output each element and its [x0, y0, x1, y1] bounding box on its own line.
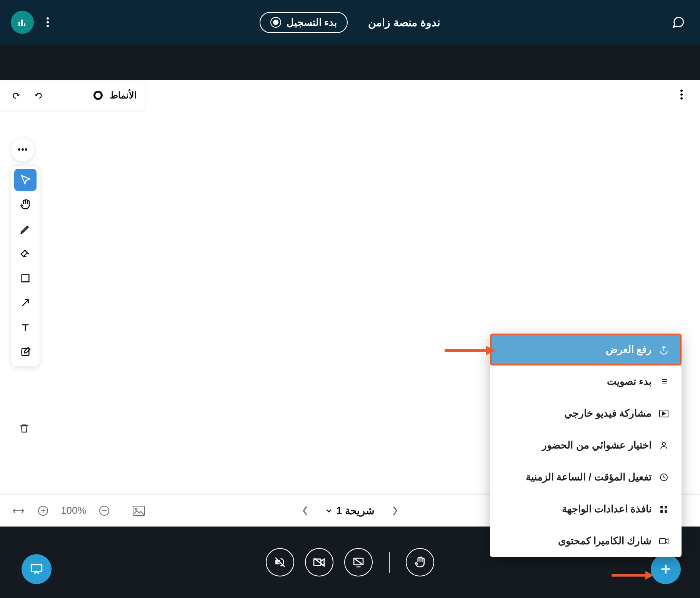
svg-rect-20	[32, 565, 42, 571]
raise-hand-button[interactable]	[406, 548, 434, 576]
image-placeholder-button[interactable]	[132, 504, 146, 518]
menu-label: بدء تصويت	[607, 375, 652, 387]
footer-divider	[389, 552, 390, 573]
tools-more-button[interactable]	[11, 138, 35, 161]
undo-button[interactable]	[31, 87, 47, 103]
zoom-in-button[interactable]	[36, 504, 50, 518]
rectangle-tool[interactable]	[14, 267, 37, 289]
svg-rect-24	[660, 506, 663, 508]
header-more-button[interactable]	[41, 15, 55, 29]
styles-color-ring[interactable]	[93, 91, 103, 100]
annotation-arrow-upper	[445, 346, 495, 355]
menu-share-external-video[interactable]: مشاركة فيديو خارجي	[490, 397, 682, 429]
start-recording-button[interactable]: بدء التسجيل	[260, 12, 348, 33]
prev-slide-button[interactable]	[298, 504, 312, 518]
pen-tool[interactable]	[14, 218, 37, 240]
menu-start-poll[interactable]: بدء تصويت	[490, 365, 682, 397]
svg-rect-25	[665, 506, 667, 508]
zoom-out-button[interactable]	[97, 504, 111, 518]
slide-selector[interactable]: شريحة 1	[325, 505, 375, 517]
svg-point-6	[680, 90, 683, 92]
grid-icon	[658, 504, 669, 515]
tools-column	[11, 165, 40, 367]
svg-rect-12	[22, 275, 29, 282]
svg-point-10	[22, 148, 24, 151]
svg-point-2	[47, 25, 49, 27]
actions-popup: رفع العرض بدء تصويت مشاركة فيديو خارجي ا…	[490, 334, 682, 557]
camera-icon	[658, 536, 669, 547]
user-icon	[658, 440, 669, 451]
svg-point-0	[47, 17, 49, 20]
zoom-value: 100%	[61, 505, 87, 517]
actions-fab[interactable]	[651, 554, 681, 584]
svg-point-22	[662, 442, 665, 445]
svg-rect-28	[660, 538, 665, 544]
menu-label: شارك الكاميرا كمحتوى	[558, 535, 652, 547]
svg-point-17	[135, 508, 137, 510]
slide-nav: شريحة 1	[298, 504, 402, 518]
svg-rect-13	[22, 349, 29, 356]
app-badge	[11, 11, 34, 34]
redo-button[interactable]	[8, 87, 24, 103]
list-icon	[658, 376, 669, 387]
select-tool[interactable]	[14, 169, 37, 191]
menu-label: مشاركة فيديو خارجي	[564, 407, 652, 419]
top-header: ندوة منصة زامن بدء التسجيل	[0, 0, 700, 45]
whiteboard-topbar: الأنماط	[0, 81, 145, 110]
chevron-down-icon	[325, 508, 332, 513]
fit-width-button[interactable]	[12, 504, 25, 518]
arrow-tool[interactable]	[14, 292, 37, 314]
camera-off-button[interactable]	[305, 548, 333, 576]
svg-rect-3	[18, 22, 20, 26]
svg-point-11	[25, 148, 27, 151]
slide-label: شريحة 1	[336, 505, 375, 517]
menu-share-camera[interactable]: شارك الكاميرا كمحتوى	[490, 525, 682, 557]
clock-icon	[658, 472, 669, 483]
svg-rect-4	[21, 20, 23, 26]
eraser-tool[interactable]	[14, 243, 37, 265]
presentation-fab[interactable]	[22, 554, 52, 584]
divider	[358, 15, 358, 29]
canvas-more-button[interactable]	[672, 85, 691, 104]
svg-point-9	[18, 148, 20, 151]
menu-timer-clock[interactable]: تفعيل المؤقت / الساعة الزمنية	[490, 461, 682, 493]
record-icon	[270, 17, 281, 28]
upload-icon	[658, 344, 669, 355]
menu-layout-settings[interactable]: نافذة اعدادات الواجهة	[490, 493, 682, 525]
sub-strip	[0, 45, 700, 80]
chat-button[interactable]	[672, 15, 685, 29]
menu-label: رفع العرض	[606, 344, 652, 355]
svg-point-1	[47, 21, 49, 23]
menu-label: نافذة اعدادات الواجهة	[562, 503, 652, 515]
menu-upload-presentation[interactable]: رفع العرض	[490, 334, 682, 365]
zoom-group: 100%	[12, 504, 146, 518]
session-title: ندوة منصة زامن	[368, 16, 440, 29]
video-icon	[658, 408, 669, 419]
menu-random-attendee[interactable]: اختيار عشوائي من الحضور	[490, 429, 682, 461]
svg-rect-26	[660, 510, 663, 513]
hand-tool[interactable]	[14, 193, 37, 216]
share-screen-button[interactable]	[344, 548, 373, 576]
styles-label[interactable]: الأنماط	[110, 90, 137, 101]
svg-rect-5	[24, 23, 25, 26]
menu-label: اختيار عشوائي من الحضور	[542, 439, 652, 451]
next-slide-button[interactable]	[388, 504, 402, 518]
note-tool[interactable]	[14, 341, 37, 363]
title-block: ندوة منصة زامن بدء التسجيل	[260, 12, 440, 33]
menu-label: تفعيل المؤقت / الساعة الزمنية	[526, 471, 652, 483]
svg-point-8	[680, 97, 683, 100]
mic-off-button[interactable]	[266, 548, 294, 576]
text-tool[interactable]	[14, 316, 37, 339]
record-label: بدء التسجيل	[287, 17, 337, 28]
delete-tool[interactable]	[15, 420, 33, 437]
svg-point-7	[680, 93, 683, 96]
svg-rect-27	[665, 510, 667, 513]
